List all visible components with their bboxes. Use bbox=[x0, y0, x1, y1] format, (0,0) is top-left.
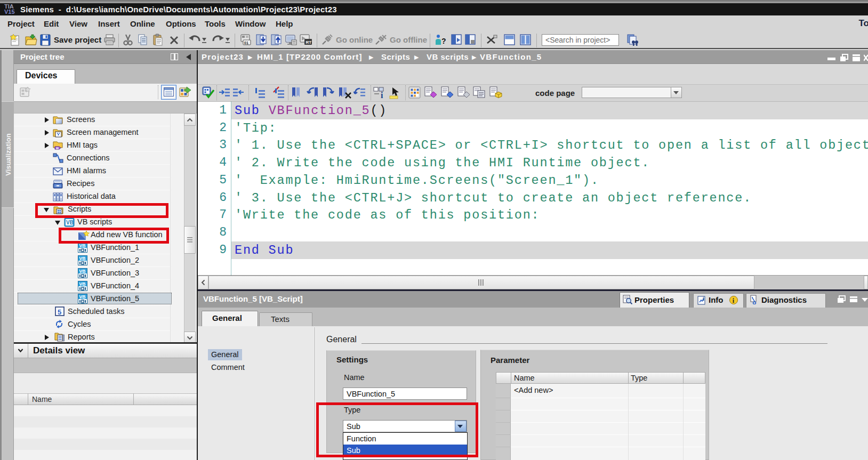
svg-text:5: 5 bbox=[58, 308, 61, 316]
svg-text:VB: VB bbox=[79, 269, 86, 274]
svg-text:VB: VB bbox=[79, 256, 86, 261]
svg-text:i: i bbox=[381, 91, 383, 99]
svg-text:?: ? bbox=[441, 37, 446, 45]
svg-text:VB: VB bbox=[79, 294, 86, 300]
svg-text:VB: VB bbox=[79, 243, 86, 248]
svg-text:VB: VB bbox=[66, 220, 74, 225]
svg-text:RT: RT bbox=[306, 40, 312, 45]
svg-text:i: i bbox=[703, 296, 704, 302]
svg-text:01: 01 bbox=[244, 41, 248, 45]
svg-text:VB: VB bbox=[79, 281, 86, 287]
